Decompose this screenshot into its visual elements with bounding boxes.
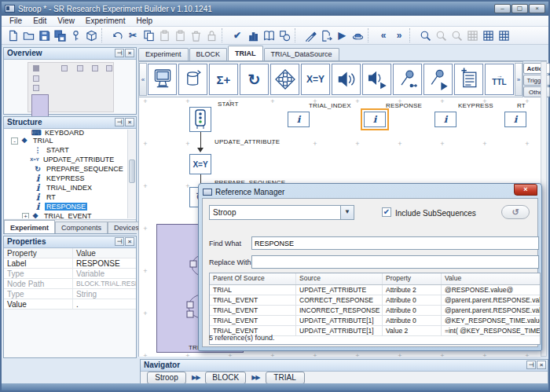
overview-minimap[interactable] [28,62,114,112]
delete-icon[interactable] [188,28,204,43]
structure-scrollbar[interactable] [127,130,135,218]
rt-node[interactable]: i [504,112,526,127]
export-icon[interactable] [318,28,334,43]
menu-help[interactable]: Help [131,16,157,26]
update-attribute-node[interactable]: X=Y [189,154,211,174]
save-as-icon[interactable] [52,28,68,43]
property-row-type[interactable]: Type Variable [4,269,136,279]
maximize-button[interactable]: ▢ [512,4,528,13]
dock-icon[interactable]: ⊣ [115,237,124,246]
start-node[interactable] [189,107,211,132]
palette-scroll-right-icon[interactable]: » [515,63,522,96]
tree-item-trial-index[interactable]: i TRIAL_INDEX [5,183,127,192]
chevron-down-icon[interactable]: ▼ [340,206,354,219]
tree-item-rt[interactable]: i RT [5,192,127,202]
dialog-close-icon[interactable]: × [514,184,537,196]
package-deploy-icon[interactable] [83,28,99,43]
new-experiment-icon[interactable] [5,28,20,43]
tree-item-response[interactable]: i RESPONSE [5,202,127,211]
close-icon[interactable]: × [125,118,134,126]
tree-item-prepare-sequence[interactable]: ↻ PREPARE_SEQUENCE [5,164,127,174]
deploy-hat-icon[interactable] [350,28,365,43]
zoom-in-icon[interactable] [433,28,449,43]
minimize-button[interactable]: – [494,4,511,13]
grid-icon[interactable] [464,28,480,43]
tree-item-update-attribute[interactable]: X=Y UPDATE_ATTRIBUTE [5,155,127,164]
forward-icon[interactable]: » [391,28,407,43]
table-row[interactable]: TRIAL_EVENT UPDATE_ATTRIBUTE[1] Attribut… [210,316,540,326]
property-row-label[interactable]: Label RESPONSE [4,258,136,269]
cut-icon[interactable]: ✂ [125,28,141,43]
clean-icon[interactable] [302,28,318,43]
copy-icon[interactable] [141,28,156,43]
tab-trial-canvas[interactable]: TRIAL [228,46,263,60]
table-row[interactable]: TRIAL_EVENT CORRECT_RESPONSE Attribute 0… [210,295,540,306]
paste-icon[interactable] [156,28,172,43]
undo-icon[interactable] [109,28,125,43]
close-button[interactable]: × [529,4,545,13]
play-sound-icon[interactable] [332,64,361,95]
check-syntax-icon[interactable]: ✔ [229,28,245,43]
tree-item-keypress[interactable]: i KEYPRESS [5,174,127,183]
close-icon[interactable]: × [125,237,134,246]
record-sound-control-icon[interactable] [424,64,453,95]
dock-icon[interactable]: ⊣ [526,361,536,369]
reset-icon[interactable]: ↻ [240,64,269,95]
navigator-stroop-button[interactable]: Stroop [147,372,186,384]
library-icon[interactable] [261,28,277,43]
tree-item-keyboard[interactable]: ⌨ KEYBOARD [5,130,127,136]
zoom-out-icon[interactable] [449,28,464,43]
build-chart-icon[interactable] [245,28,261,43]
table-row[interactable]: TRIAL_EVENT INCORRECT_RESPONSE Attribute… [210,306,540,316]
property-row-value[interactable]: Value . [4,299,136,310]
property-row-node-path[interactable]: Node Path BLOCK.TRIAL.RESPONSE [4,279,136,289]
palette-scroll-left-icon[interactable]: « [139,63,147,96]
tab-block-canvas[interactable]: BLOCK [189,48,228,60]
menu-view[interactable]: View [53,16,79,26]
sequence-icon[interactable] [270,64,299,95]
refresh-button[interactable]: ↺ [501,205,530,219]
dock-icon[interactable]: ⊣ [115,49,124,57]
navigator-block-button[interactable]: BLOCK [205,372,246,384]
play-sound-control-icon[interactable] [362,64,391,95]
paste-special-icon[interactable] [172,28,188,43]
display-screen-icon[interactable] [148,64,177,95]
run-icon[interactable]: ▶ [334,28,350,43]
tab-components[interactable]: Components [55,222,108,233]
tab-experiment[interactable]: Experiment [4,220,55,233]
replace-with-input[interactable] [251,255,539,269]
add-to-log-icon[interactable] [454,64,483,95]
tab-trial-datasource-canvas[interactable]: TRIAL_DataSource [264,48,339,60]
tab-experiment-canvas[interactable]: Experiment [138,48,189,60]
find-what-input[interactable] [251,236,539,250]
grid-select-icon[interactable] [496,28,512,43]
property-row-type2[interactable]: Type String [4,289,136,299]
back-icon[interactable]: « [376,28,391,43]
lock-icon[interactable] [204,28,219,43]
response-node-selected[interactable]: i [364,112,386,127]
close-icon[interactable]: × [537,361,546,369]
menu-edit[interactable]: Edit [28,16,51,26]
trial-index-node[interactable]: i [288,112,310,127]
expand-icon[interactable]: + [22,213,29,219]
scrollbar-thumb[interactable] [129,159,135,183]
title-bar[interactable]: Stroop * - SR Research Experiment Builde… [2,2,548,16]
table-row[interactable]: TRIAL UPDATE_ATTRIBUTE Attribute 2 @RESP… [210,285,540,295]
scope-dropdown[interactable]: Stroop ▼ [209,205,354,220]
key-icon[interactable] [68,28,83,43]
shapes-icon[interactable] [277,28,292,43]
menu-experiment[interactable]: Experiment [81,16,130,26]
dock-icon[interactable]: ⊣ [115,118,124,126]
send-ttl-icon[interactable]: → TTL [485,64,514,95]
sigma-accumulator-icon[interactable]: Σ+ [209,64,238,95]
zoom-icon[interactable] [417,28,433,43]
dialog-title-bar[interactable]: Reference Manager × [201,186,539,198]
update-attribute-icon[interactable]: X=Y [301,64,330,95]
menu-file[interactable]: File [5,16,27,26]
navigator-trial-button[interactable]: TRIAL [266,372,305,384]
include-subsequences-checkbox[interactable]: ✔ [382,207,391,217]
collapse-icon[interactable]: - [11,137,18,145]
keypress-node[interactable]: i [434,112,456,127]
close-icon[interactable]: × [125,49,134,57]
record-sound-icon[interactable] [393,64,422,95]
